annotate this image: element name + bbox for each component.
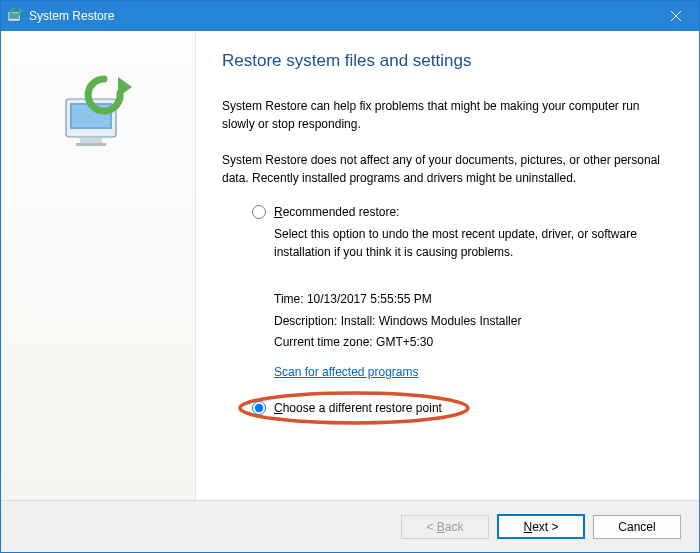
page-heading: Restore system files and settings bbox=[222, 51, 673, 71]
restore-details: Time: 10/13/2017 5:55:55 PM Description:… bbox=[274, 289, 673, 383]
back-button: < Back bbox=[401, 515, 489, 539]
detail-description: Description: Install: Windows Modules In… bbox=[274, 311, 673, 333]
close-button[interactable] bbox=[653, 1, 699, 31]
app-icon bbox=[7, 8, 23, 24]
recommended-label: Recommended restore: bbox=[274, 205, 399, 219]
recommended-radio[interactable] bbox=[252, 205, 266, 219]
intro-paragraph-2: System Restore does not affect any of yo… bbox=[222, 151, 673, 187]
scan-affected-programs-link[interactable]: Scan for affected programs bbox=[274, 362, 419, 384]
choose-different-option[interactable]: Choose a different restore point bbox=[252, 401, 673, 415]
cancel-button[interactable]: Cancel bbox=[593, 515, 681, 539]
choose-different-label: Choose a different restore point bbox=[274, 401, 442, 415]
sidebar bbox=[1, 31, 196, 500]
close-icon bbox=[671, 11, 681, 21]
choose-different-radio[interactable] bbox=[252, 401, 266, 415]
window-title: System Restore bbox=[29, 9, 653, 23]
footer-buttons: < Back Next > Cancel bbox=[1, 500, 699, 552]
svg-rect-8 bbox=[80, 138, 102, 143]
recommended-description: Select this option to undo the most rece… bbox=[274, 225, 673, 261]
svg-rect-9 bbox=[76, 143, 106, 146]
detail-time: Time: 10/13/2017 5:55:55 PM bbox=[274, 289, 673, 311]
titlebar: System Restore bbox=[1, 1, 699, 31]
recommended-restore-option[interactable]: Recommended restore: bbox=[252, 205, 673, 219]
restore-illustration-icon bbox=[58, 71, 138, 151]
svg-marker-10 bbox=[118, 77, 132, 97]
next-button[interactable]: Next > bbox=[497, 514, 585, 539]
svg-marker-2 bbox=[19, 8, 22, 14]
intro-paragraph-1: System Restore can help fix problems tha… bbox=[222, 97, 673, 133]
system-restore-window: System Restore Restore system files and … bbox=[0, 0, 700, 553]
detail-timezone: Current time zone: GMT+5:30 bbox=[274, 332, 673, 354]
dialog-body: Restore system files and settings System… bbox=[1, 31, 699, 500]
main-content: Restore system files and settings System… bbox=[196, 31, 699, 500]
